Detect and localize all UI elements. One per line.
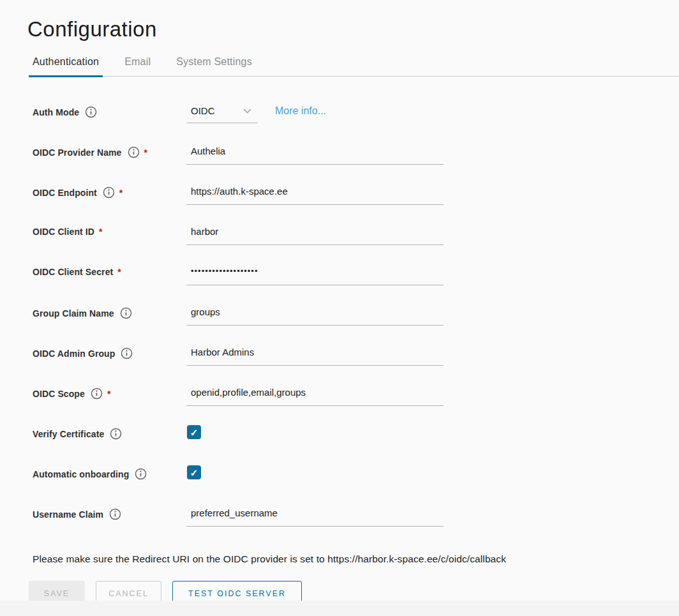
verify-certificate-checkbox[interactable] [187, 425, 201, 439]
automatic-onboarding-label-cell: Automatic onboarding [33, 467, 186, 480]
oidc-provider-name-control [186, 146, 444, 165]
oidc-client-id-label: OIDC Client ID [33, 227, 94, 237]
form-row-username-claim: Username Claim [33, 507, 679, 548]
required-asterisk: * [117, 267, 121, 277]
oidc-provider-name-label: OIDC Provider Name [33, 147, 122, 158]
username-claim-label-cell: Username Claim [33, 507, 186, 520]
form-row-oidc-client-secret: OIDC Client Secret * [33, 266, 679, 306]
verify-certificate-label: Verify Certificate [33, 429, 104, 439]
oidc-admin-group-control [186, 347, 444, 366]
chevron-down-icon [243, 109, 251, 114]
oidc-scope-label: OIDC Scope [33, 389, 85, 399]
tab-email[interactable]: Email [121, 56, 154, 76]
oidc-endpoint-input[interactable] [186, 186, 444, 205]
oidc-provider-name-label-cell: OIDC Provider Name * [33, 146, 186, 158]
form-row-verify-certificate: Verify Certificate [33, 427, 679, 467]
group-claim-name-input[interactable] [186, 306, 444, 326]
required-asterisk: * [144, 147, 147, 158]
info-icon[interactable] [121, 347, 133, 359]
group-claim-name-label: Group Claim Name [33, 308, 114, 319]
oidc-client-id-label-cell: OIDC Client ID * [33, 226, 186, 237]
info-icon[interactable] [91, 387, 103, 400]
page-footer [0, 601, 679, 616]
form-row-automatic-onboarding: Automatic onboarding [33, 467, 679, 507]
oidc-client-secret-control [186, 266, 444, 285]
page-title: Configuration [27, 17, 679, 42]
more-info-link[interactable]: More info... [275, 105, 326, 117]
form-row-oidc-provider-name: OIDC Provider Name * [33, 146, 679, 186]
redirect-uri-note: Please make sure the Redirect URI on the… [33, 553, 679, 565]
required-asterisk: * [119, 188, 123, 198]
info-icon[interactable] [110, 428, 122, 440]
oidc-endpoint-label-cell: OIDC Endpoint * [33, 186, 186, 199]
username-claim-control [186, 507, 444, 527]
info-icon[interactable] [128, 146, 140, 158]
auth-mode-value: OIDC [191, 105, 215, 116]
auth-mode-control: OIDC More info... [186, 105, 326, 123]
info-icon[interactable] [85, 106, 97, 118]
verify-certificate-label-cell: Verify Certificate [33, 427, 186, 440]
oidc-client-secret-label: OIDC Client Secret [33, 267, 113, 277]
oidc-client-secret-label-cell: OIDC Client Secret * [33, 266, 186, 277]
form-row-oidc-client-id: OIDC Client ID * [33, 226, 679, 266]
oidc-endpoint-control [186, 186, 444, 205]
auth-mode-select[interactable]: OIDC [186, 105, 258, 123]
auth-mode-label-cell: Auth Mode [33, 105, 186, 118]
tab-system-settings[interactable]: System Settings [172, 56, 256, 76]
oidc-admin-group-label-cell: OIDC Admin Group [33, 347, 186, 359]
automatic-onboarding-checkbox[interactable] [187, 465, 201, 479]
oidc-admin-group-input[interactable] [186, 347, 444, 366]
oidc-client-id-input[interactable] [186, 226, 444, 245]
tab-authentication[interactable]: Authentication [29, 56, 103, 76]
oidc-scope-control [186, 387, 444, 406]
form-row-group-claim-name: Group Claim Name [33, 306, 679, 347]
automatic-onboarding-label: Automatic onboarding [33, 469, 129, 479]
auth-mode-label: Auth Mode [33, 107, 79, 117]
oidc-scope-input[interactable] [186, 387, 444, 406]
group-claim-name-control [186, 306, 444, 326]
configuration-page: Configuration Authentication Email Syste… [0, 17, 679, 606]
oidc-endpoint-label: OIDC Endpoint [33, 188, 97, 198]
oidc-provider-name-input[interactable] [186, 146, 444, 165]
auth-config-form: Auth Mode OIDC More info... OIDC Provide… [33, 105, 679, 548]
required-asterisk: * [99, 227, 102, 237]
oidc-admin-group-label: OIDC Admin Group [33, 349, 115, 359]
group-claim-name-label-cell: Group Claim Name [33, 306, 186, 319]
verify-certificate-control [186, 427, 201, 439]
oidc-scope-label-cell: OIDC Scope * [33, 387, 186, 400]
form-row-auth-mode: Auth Mode OIDC More info... [33, 105, 679, 146]
tab-bar: Authentication Email System Settings [29, 56, 679, 77]
info-icon[interactable] [135, 468, 147, 480]
required-asterisk: * [107, 389, 110, 399]
info-icon[interactable] [103, 186, 115, 199]
info-icon[interactable] [120, 307, 132, 319]
username-claim-input[interactable] [186, 507, 444, 527]
username-claim-label: Username Claim [33, 509, 103, 520]
oidc-client-id-control [186, 226, 444, 245]
automatic-onboarding-control [186, 467, 201, 479]
form-row-oidc-admin-group: OIDC Admin Group [33, 347, 679, 387]
form-row-oidc-scope: OIDC Scope * [33, 387, 679, 427]
info-icon[interactable] [109, 508, 121, 520]
oidc-client-secret-input[interactable] [186, 266, 444, 285]
form-row-oidc-endpoint: OIDC Endpoint * [33, 186, 679, 226]
